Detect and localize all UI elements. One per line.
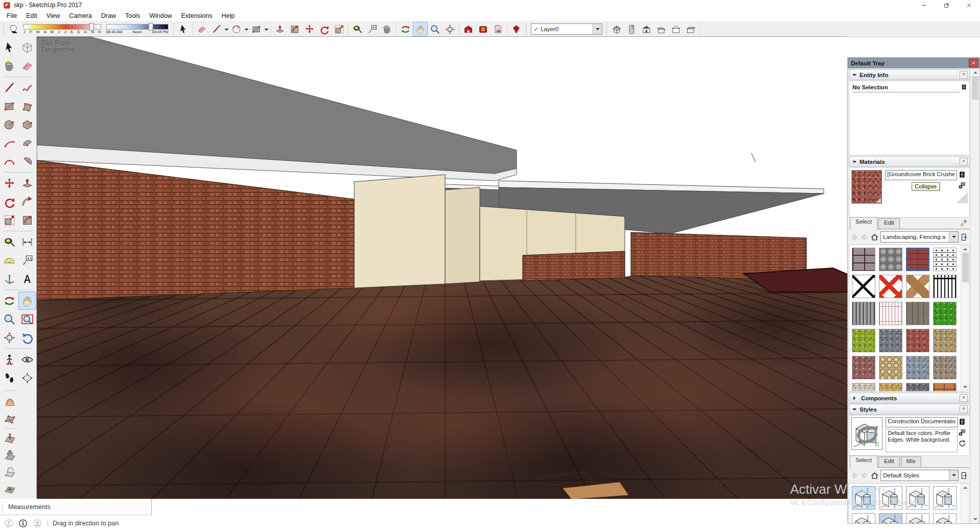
styles-header[interactable]: Styles × <box>849 404 970 415</box>
tape-measure-tool-button[interactable] <box>350 22 365 36</box>
view-right-button[interactable] <box>654 22 669 36</box>
share-model-tool-button[interactable] <box>491 22 505 36</box>
offset-tool-button[interactable] <box>18 211 36 229</box>
credits-icon[interactable] <box>18 519 28 528</box>
sample-eyedropper-icon[interactable] <box>960 219 968 227</box>
from-contours-tool-button[interactable] <box>1 394 19 411</box>
style-thumbnail-5[interactable] <box>852 513 875 523</box>
back-arrow-icon[interactable] <box>850 471 859 480</box>
look-around-tool-button[interactable] <box>18 350 36 369</box>
create-material-icon[interactable] <box>958 181 966 189</box>
section-plane-tool-button[interactable] <box>18 369 36 387</box>
style-thumbnail-7[interactable] <box>906 513 929 523</box>
make-component-tool-button[interactable] <box>18 38 36 57</box>
material-swatch-gravel-rose[interactable] <box>852 356 875 379</box>
scale-tool-button[interactable] <box>1 211 18 229</box>
tray-title-bar[interactable]: Default Tray × <box>848 58 979 68</box>
material-swatch-gravel-blue[interactable] <box>906 356 929 379</box>
material-swatch-asphalt-dark[interactable] <box>906 383 929 391</box>
material-swatch-chainlink[interactable] <box>852 275 875 298</box>
axes-tool-button[interactable] <box>1 270 18 288</box>
material-swatch-grass-light[interactable] <box>852 329 875 352</box>
materials-scrollbar[interactable] <box>961 245 969 391</box>
zoom-extents-tool-button[interactable] <box>443 22 457 36</box>
flyout-arrow-icon[interactable] <box>244 29 249 33</box>
menu-edit[interactable]: Edit <box>21 11 42 20</box>
extension-warehouse-tool-button[interactable] <box>476 22 491 36</box>
sample-paint-icon[interactable] <box>957 192 968 203</box>
dimension-tool-button[interactable] <box>18 233 36 251</box>
material-swatch-gravel-coarse[interactable] <box>933 356 957 379</box>
entity-info-header[interactable]: Entity Info × <box>849 69 970 80</box>
entity-details-toggle-icon[interactable] <box>961 83 967 91</box>
toolbar-grip[interactable] <box>3 23 5 35</box>
create-style-icon[interactable] <box>958 428 966 437</box>
toolbar-grip[interactable] <box>525 23 527 35</box>
home-icon[interactable] <box>870 233 879 242</box>
push-pull-tool-button[interactable] <box>18 174 36 192</box>
material-swatch-wood-planks[interactable] <box>906 302 929 325</box>
styles-scrollbar[interactable] <box>961 484 969 523</box>
select-tool-button[interactable] <box>1 38 18 57</box>
material-swatch-brick-orange[interactable] <box>933 383 957 391</box>
zoom-extents-tool-button[interactable] <box>1 328 18 347</box>
tray-close-button[interactable]: × <box>969 59 978 67</box>
drape-tool-button[interactable] <box>1 464 19 480</box>
material-swatch-gravel-red[interactable] <box>906 329 929 352</box>
arc-menu-tool-button[interactable] <box>229 22 244 36</box>
pan-tool-button[interactable] <box>413 22 428 36</box>
menu-camera[interactable]: Camera <box>65 11 96 20</box>
orbit-tool-button[interactable] <box>398 22 413 36</box>
material-swatch-crossed-logs[interactable] <box>906 275 929 298</box>
material-swatch-sand-fine[interactable] <box>852 383 875 391</box>
material-swatch-iron-fence[interactable] <box>933 275 957 298</box>
materials-tab-select[interactable]: Select <box>850 217 877 229</box>
components-header[interactable]: Components × <box>849 393 970 403</box>
toolbar-grip[interactable] <box>173 23 175 35</box>
material-swatch-gravel-gray[interactable] <box>879 329 902 352</box>
time-slider-thumb[interactable] <box>149 23 153 31</box>
pie-tool-button[interactable] <box>18 134 36 152</box>
rotate-tool-button[interactable] <box>1 192 18 211</box>
shadow-time-slider[interactable]: 06:43 AMNoon04:45 PM <box>106 24 168 34</box>
measurements-input[interactable] <box>56 501 149 513</box>
update-style-icon[interactable] <box>958 439 966 447</box>
menu-help[interactable]: Help <box>217 11 239 20</box>
material-swatch-fence-sketch[interactable] <box>879 302 902 325</box>
warehouse-3d-tool-button[interactable] <box>461 22 476 36</box>
from-scratch-tool-button[interactable] <box>1 411 19 427</box>
material-swatch-barbed-wire[interactable] <box>933 248 957 271</box>
style-thumbnail-4[interactable] <box>933 486 957 510</box>
arc2-tool-button[interactable] <box>1 134 18 152</box>
rotate-tool-button[interactable] <box>317 22 332 36</box>
materials-collection-dropdown[interactable]: Landscaping, Fencing a <box>880 231 959 243</box>
flyout-arrow-icon[interactable] <box>264 29 268 33</box>
stamp-tool-button[interactable] <box>1 447 19 464</box>
follow-me-tool-button[interactable] <box>18 192 36 211</box>
style-thumbnail-2[interactable] <box>879 486 902 510</box>
back-arrow-icon[interactable] <box>850 233 859 242</box>
materials-close-button[interactable]: × <box>960 158 968 165</box>
walk-tool-button[interactable] <box>1 369 18 387</box>
line-tool-button[interactable] <box>1 79 18 97</box>
rectangle-tool-button[interactable] <box>249 22 264 36</box>
menu-tools[interactable]: Tools <box>120 11 144 20</box>
styles-details-toggle-icon[interactable] <box>958 418 966 426</box>
add-detail-tool-button[interactable] <box>1 480 19 497</box>
paint-bucket-tool-button[interactable] <box>1 57 18 75</box>
move-tool-button[interactable] <box>1 174 18 192</box>
view-back-button[interactable] <box>669 22 683 36</box>
rotated-rectangle-tool-button[interactable] <box>18 97 36 115</box>
scale-tool-button[interactable] <box>332 22 347 36</box>
styles-collection-dropdown[interactable]: Default Styles <box>880 470 959 481</box>
dropdown-arrow-icon[interactable] <box>593 24 602 34</box>
materials-details-toggle-icon[interactable] <box>958 171 966 179</box>
arc3-tool-button[interactable] <box>1 152 18 171</box>
text-tool-button[interactable]: A1 <box>365 22 380 36</box>
style-preview[interactable] <box>851 417 883 450</box>
shadow-month-slider[interactable]: JFMAMJJASOND <box>23 24 101 34</box>
toggle-shadows-button[interactable] <box>6 22 21 36</box>
text-3d-tool-button[interactable] <box>18 270 36 288</box>
style-thumbnail-6[interactable] <box>879 513 902 523</box>
viewport-3d[interactable]: Two Point Perspective <box>37 36 847 499</box>
